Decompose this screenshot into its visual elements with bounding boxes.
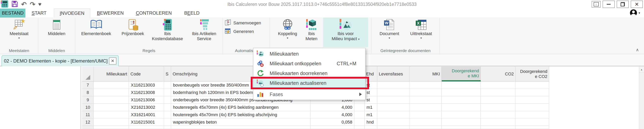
cell-mki[interactable] [410, 96, 442, 104]
save-button[interactable] [11, 0, 18, 8]
cell-code[interactable]: X116215001 [129, 119, 164, 126]
cell-omschrijving[interactable]: houtenregels 45x70mm (4x) EPS bekisting … [171, 111, 310, 119]
cell-mki[interactable] [410, 104, 442, 111]
document-tab[interactable]: 02 - DEMO Elementen - kopie - [Elementen… [2, 55, 119, 66]
header-co2[interactable]: CO2 [481, 67, 516, 81]
menu-item-milieukaart-ontkoppelen[interactable]: Milieukaart ontkoppelen CTRL+M [253, 59, 365, 68]
header-code[interactable]: Code [129, 67, 164, 81]
cell-code[interactable]: X116213006 [129, 96, 164, 104]
cell-doorgerekende-mki[interactable] [442, 96, 481, 104]
cell-doorgerekende-co2[interactable] [516, 89, 549, 96]
minimize-button[interactable] [602, 0, 615, 8]
cell-ehd[interactable]: st [364, 89, 377, 96]
meetstaat-button[interactable]: ★✎ Meetstaat ▾ [2, 17, 36, 47]
cell-doorgerekende-co2[interactable] [516, 111, 549, 119]
cell-doorgerekende-co2[interactable] [516, 104, 549, 111]
elementenboek-button[interactable]: Elementenboek [76, 17, 117, 47]
row-number[interactable]: 8 [82, 89, 94, 96]
cell-co2[interactable] [481, 96, 516, 104]
row-number[interactable]: 12 [82, 119, 94, 126]
cell-ehd[interactable] [364, 126, 377, 129]
ibis-voor-milieu-impact-button[interactable]: Ibis voorMilieu Impact ▾ [323, 17, 368, 47]
header-s[interactable]: S [164, 67, 171, 81]
cell-levensfases[interactable] [377, 96, 410, 104]
cell-levensfases[interactable] [377, 89, 410, 96]
cell-mki[interactable] [410, 126, 442, 129]
cell-levensfases[interactable] [377, 126, 410, 129]
cell-s[interactable] [164, 111, 171, 119]
menu-item-milieukaarten-doorrekenen[interactable]: Milieukaarten doorrekenen [253, 68, 365, 78]
cell-s[interactable] [164, 119, 171, 126]
cell-hoeveelheid[interactable]: 0,058 [310, 119, 354, 126]
cell-levensfases[interactable] [377, 104, 410, 111]
cell-milieukaart[interactable] [94, 96, 129, 104]
cell-mki[interactable] [410, 111, 442, 119]
uittrekstaat-button[interactable]: X Uittrekstaat ▾ [405, 17, 437, 47]
document-button[interactable]: W Document ▾ [374, 17, 405, 47]
tab-controleren[interactable]: CONTROLEREN [132, 8, 176, 17]
cell-narrow[interactable] [354, 111, 364, 119]
cell-co2[interactable] [481, 126, 516, 129]
row-number[interactable]: 10 [82, 104, 94, 111]
cell-doorgerekende-mki[interactable] [442, 81, 481, 89]
middelen-button[interactable]: Middelen [41, 17, 72, 47]
cell-co2[interactable] [481, 89, 516, 96]
qat-customize-dropdown-icon[interactable] [38, 3, 41, 6]
header-doorgerekende-mki[interactable]: Doorgerekende MKI [442, 67, 481, 81]
genereren-button[interactable]: Genereren [225, 28, 254, 35]
cell-narrow[interactable] [354, 104, 364, 111]
tab-bestand[interactable]: BESTAND [0, 8, 26, 17]
ibis-kostendatabase-button[interactable]: IbisKostendatabase [149, 17, 186, 47]
restore-button[interactable] [617, 0, 629, 8]
cell-hoeveelheid[interactable]: 4,000 [310, 104, 354, 111]
tab-beeld[interactable]: BEELD [182, 8, 202, 17]
cell-co2[interactable] [481, 111, 516, 119]
cell-s[interactable] [164, 96, 171, 104]
scroll-up-button[interactable]: ▲ [639, 67, 644, 73]
menu-item-fases[interactable]: Fases [253, 90, 365, 99]
cell-milieukaart[interactable] [94, 126, 129, 129]
document-tab-close-button[interactable]: ✕ [109, 57, 116, 64]
cell-hoeveelheid[interactable]: 4,000 [310, 111, 354, 119]
cell-doorgerekende-mki[interactable] [442, 89, 481, 96]
cell-ehd[interactable]: m1 [364, 111, 377, 119]
tab-bewerken[interactable]: BEWERKEN [95, 8, 126, 17]
cell-milieukaart[interactable] [94, 89, 129, 96]
cell-code[interactable]: X116213003 [129, 81, 164, 89]
account-button[interactable]: ▾ [630, 9, 640, 16]
row-number[interactable]: 11 [82, 111, 94, 119]
cell-ehd[interactable]: st [364, 81, 377, 89]
row-number[interactable]: 9 [82, 96, 94, 104]
header-levensfases[interactable]: Levensfases [377, 67, 410, 81]
cell-omschrijving[interactable] [171, 126, 310, 129]
collapse-ribbon-button[interactable]: ∧ [636, 47, 639, 52]
cell-ehd[interactable]: st [364, 96, 377, 104]
cell-doorgerekende-co2[interactable] [516, 119, 549, 126]
cell-code[interactable]: X116213008 [129, 89, 164, 96]
samenvoegen-button[interactable]: Samenvoegen [225, 19, 261, 26]
cell-milieukaart[interactable] [94, 81, 129, 89]
cell-code[interactable]: X216213002 [129, 104, 164, 111]
cell-hoeveelheid[interactable] [310, 126, 354, 129]
redo-button[interactable]: ↷ [30, 0, 36, 8]
cell-s[interactable] [164, 126, 171, 129]
cell-co2[interactable] [481, 81, 516, 89]
cell-doorgerekende-mki[interactable] [442, 126, 481, 129]
cell-co2[interactable] [481, 104, 516, 111]
menu-item-milieukaarten-actualiseren[interactable]: Milieukaarten actualiseren [253, 78, 365, 88]
cell-milieukaart[interactable] [94, 111, 129, 119]
cell-ehd[interactable]: m1 [364, 104, 377, 111]
cell-mki[interactable] [410, 81, 442, 89]
koppeling-button[interactable]: Koppeling ▾ [275, 17, 300, 47]
select-all-corner-cell[interactable] [82, 67, 94, 81]
header-doorgerekende-co2[interactable]: Doorgerekende CO2 [516, 67, 549, 81]
cell-doorgerekende-mki[interactable] [442, 111, 481, 119]
menu-item-milieukaarten[interactable]: Milieukaarten [253, 49, 365, 59]
tab-start[interactable]: START [29, 8, 49, 17]
cell-mki[interactable] [410, 119, 442, 126]
undo-button[interactable]: ↶ [21, 0, 27, 8]
prijzenboek-button[interactable]: Prijzenboek [117, 17, 149, 47]
ibis-meten-button[interactable]: IbisMeten [300, 17, 323, 47]
header-milieukaart[interactable]: Milieukaart [94, 67, 129, 81]
cell-doorgerekende-mki[interactable] [442, 104, 481, 111]
